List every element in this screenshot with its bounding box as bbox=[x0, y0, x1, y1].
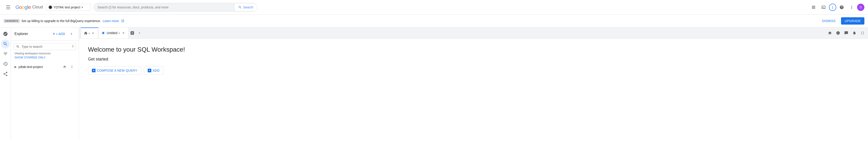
top-nav: Google Cloud YDTAK test project ▾ Search… bbox=[0, 0, 868, 15]
filter-icon bbox=[3, 51, 8, 56]
star-icon bbox=[63, 65, 66, 69]
google-wordmark: Google bbox=[16, 4, 31, 10]
project-actions bbox=[61, 64, 75, 70]
home-tab-close-button[interactable]: ✕ bbox=[91, 31, 95, 36]
search-icon bbox=[238, 5, 242, 9]
workspace-resources-text: Viewing workspace resources. bbox=[11, 52, 79, 56]
explorer-panel: Explorer + + ADD ? Viewing workspace res… bbox=[11, 27, 79, 139]
more-vert-project-icon bbox=[70, 65, 74, 69]
explorer-header: Explorer + + ADD bbox=[11, 27, 79, 41]
workspace-subtitle: Get started bbox=[88, 57, 859, 62]
tab-bar-right bbox=[826, 29, 866, 37]
apps-icon bbox=[811, 5, 816, 9]
project-chevron-icon: ▶ bbox=[14, 65, 17, 68]
search-bar: Search bbox=[94, 3, 257, 11]
rail-history-button[interactable] bbox=[1, 60, 10, 68]
sandbox-badge: SANDBOX bbox=[4, 19, 20, 23]
tab-bar-expand-button[interactable] bbox=[859, 29, 866, 37]
search-help-icon[interactable]: ? bbox=[72, 45, 73, 48]
explorer-search-input[interactable] bbox=[22, 45, 70, 48]
tab-untitled-label: Untitled bbox=[106, 31, 117, 35]
avatar[interactable]: D bbox=[857, 4, 864, 11]
tab-bar: ▾ ✕ Untitled ▾ ✕ bbox=[79, 27, 868, 39]
rail-filter-button[interactable] bbox=[1, 49, 10, 58]
help-button[interactable] bbox=[837, 3, 846, 12]
project-name-label: ydtak-test-project bbox=[19, 65, 60, 69]
workspace-content: Welcome to your SQL Workspace! Get start… bbox=[79, 39, 868, 139]
search-box-icon bbox=[16, 45, 20, 48]
main-content: ▾ ✕ Untitled ▾ ✕ bbox=[79, 27, 868, 139]
tab-bar-home-icon bbox=[828, 31, 832, 35]
tab-more-button[interactable] bbox=[136, 29, 143, 37]
home-tab-icon bbox=[84, 31, 88, 35]
project-name: YDTAK test project bbox=[54, 5, 80, 9]
dismiss-button[interactable]: DISMISS bbox=[818, 17, 839, 25]
project-item[interactable]: ▶ ydtak-test-project bbox=[11, 62, 79, 72]
search-rail-icon bbox=[3, 41, 8, 46]
tab-untitled[interactable]: Untitled ▾ ✕ bbox=[98, 27, 129, 39]
chevron-down-icon bbox=[138, 31, 141, 35]
collapse-icon bbox=[69, 32, 73, 36]
explorer-add-button[interactable]: + + ADD bbox=[50, 30, 68, 37]
project-more-button[interactable] bbox=[69, 64, 75, 70]
more-vert-icon bbox=[849, 5, 854, 9]
upgrade-button[interactable]: UPGRADE bbox=[841, 17, 864, 25]
terminal-icon bbox=[821, 5, 826, 9]
help-icon bbox=[839, 5, 844, 9]
info-icon bbox=[836, 31, 840, 35]
project-dropdown-icon: ▾ bbox=[82, 6, 83, 9]
tab-bar-home-button[interactable] bbox=[826, 29, 834, 37]
collapse-panel-button[interactable] bbox=[68, 30, 75, 38]
more-options-button[interactable] bbox=[847, 3, 856, 12]
project-icon bbox=[49, 5, 52, 9]
star-project-button[interactable] bbox=[61, 64, 68, 70]
analytics-icon bbox=[3, 31, 8, 37]
untitled-tab-close-button[interactable]: ✕ bbox=[121, 31, 126, 35]
compose-query-button[interactable]: + COMPOSE A NEW QUERY bbox=[88, 66, 141, 75]
tab-untitled-icon bbox=[101, 31, 105, 35]
learn-more-link[interactable]: Learn more bbox=[103, 19, 119, 23]
cloud-shell-button[interactable] bbox=[819, 3, 828, 12]
add-tab-button[interactable] bbox=[129, 29, 136, 37]
compose-plus-icon: + bbox=[92, 69, 95, 72]
rail-share-button[interactable] bbox=[1, 69, 10, 78]
menu-button[interactable] bbox=[4, 3, 13, 12]
tab-bar-notification-button[interactable] bbox=[851, 29, 858, 37]
home-tab-dropdown-icon: ▾ bbox=[89, 32, 90, 34]
svg-point-0 bbox=[49, 6, 52, 8]
add-workspace-label: ADD bbox=[153, 69, 159, 72]
compose-query-label: COMPOSE A NEW QUERY bbox=[97, 69, 137, 72]
search-button-label: Search bbox=[243, 5, 253, 9]
workspace-actions: + COMPOSE A NEW QUERY + ADD bbox=[88, 66, 859, 75]
sandbox-actions: DISMISS UPGRADE bbox=[818, 17, 864, 25]
notification-icon bbox=[852, 31, 857, 35]
project-selector[interactable]: YDTAK test project ▾ bbox=[45, 4, 91, 11]
tab-untitled-dropdown-icon: ▾ bbox=[119, 32, 120, 34]
share-icon bbox=[3, 71, 8, 76]
add-label: + ADD bbox=[56, 32, 65, 36]
notification-badge[interactable]: 1 bbox=[829, 4, 836, 11]
explorer-title: Explorer bbox=[14, 32, 50, 36]
show-starred-button[interactable]: SHOW STARRED ONLY bbox=[11, 56, 79, 62]
chat-icon bbox=[844, 31, 848, 35]
sandbox-bar: SANDBOX Set up billing to upgrade to the… bbox=[0, 15, 868, 27]
add-plus-icon: + bbox=[53, 32, 55, 36]
add-workspace-button[interactable]: + ADD bbox=[144, 66, 163, 75]
history-icon bbox=[3, 62, 8, 66]
external-link-icon bbox=[121, 19, 124, 23]
sandbox-message: Set up billing to upgrade to the full Bi… bbox=[22, 19, 101, 23]
icon-rail bbox=[0, 27, 11, 139]
google-cloud-logo[interactable]: Google Cloud bbox=[16, 4, 43, 10]
search-button[interactable]: Search bbox=[235, 4, 257, 11]
search-input[interactable] bbox=[94, 3, 235, 11]
tab-bar-chat-button[interactable] bbox=[843, 29, 850, 37]
workspace-title: Welcome to your SQL Workspace! bbox=[88, 46, 859, 53]
rail-search-button[interactable] bbox=[1, 39, 10, 48]
tab-home[interactable]: ▾ ✕ bbox=[81, 27, 98, 39]
apps-button[interactable] bbox=[809, 3, 818, 12]
tab-bar-info-button[interactable] bbox=[834, 29, 842, 37]
add-workspace-plus-icon: + bbox=[148, 69, 151, 72]
main-layout: Explorer + + ADD ? Viewing workspace res… bbox=[0, 27, 868, 139]
rail-analytics-button[interactable] bbox=[1, 29, 10, 39]
nav-icons: 1 D bbox=[809, 3, 864, 12]
